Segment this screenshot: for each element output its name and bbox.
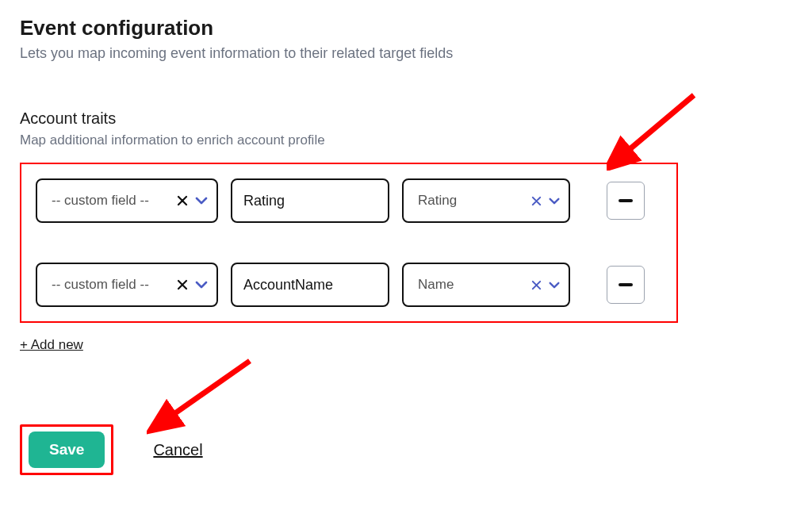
- save-button[interactable]: Save: [29, 432, 105, 468]
- chevron-down-icon[interactable]: [194, 279, 209, 290]
- chevron-down-icon[interactable]: [548, 196, 561, 206]
- select-value: Name: [418, 277, 531, 293]
- clear-icon[interactable]: [531, 196, 542, 206]
- trait-row: -- custom field -- Rating: [36, 178, 662, 223]
- trait-row: -- custom field -- Name: [36, 263, 662, 307]
- section-title: Account traits: [20, 109, 792, 128]
- minus-icon: [619, 283, 633, 286]
- cancel-link[interactable]: Cancel: [153, 441, 202, 459]
- svg-line-1: [163, 361, 250, 422]
- custom-field-select[interactable]: -- custom field --: [36, 178, 218, 223]
- custom-field-select[interactable]: -- custom field --: [36, 263, 218, 307]
- target-field-select[interactable]: Name: [402, 263, 570, 307]
- annotation-arrow-icon: [147, 357, 258, 436]
- remove-row-button[interactable]: [607, 182, 645, 220]
- chevron-down-icon[interactable]: [194, 195, 209, 206]
- trait-text-input[interactable]: [243, 193, 377, 209]
- select-value: -- custom field --: [52, 277, 177, 293]
- clear-icon[interactable]: [177, 195, 188, 206]
- trait-text-field[interactable]: [231, 178, 389, 223]
- trait-rows-container: -- custom field -- Rating: [20, 163, 678, 323]
- select-value: -- custom field --: [52, 193, 177, 209]
- remove-row-button[interactable]: [607, 266, 645, 304]
- select-value: Rating: [418, 193, 531, 209]
- section-subtitle: Map additional information to enrich acc…: [20, 132, 792, 148]
- target-field-select[interactable]: Rating: [402, 178, 570, 223]
- actions-row: Save Cancel: [20, 424, 792, 475]
- chevron-down-icon[interactable]: [548, 280, 561, 290]
- clear-icon[interactable]: [531, 280, 542, 290]
- trait-text-input[interactable]: [243, 277, 377, 293]
- page-title: Event configuration: [20, 16, 792, 40]
- page-subtitle: Lets you map incoming event information …: [20, 45, 792, 62]
- add-new-link[interactable]: + Add new: [20, 337, 83, 353]
- trait-text-field[interactable]: [231, 263, 389, 307]
- annotation-arrow-icon: [607, 91, 702, 171]
- clear-icon[interactable]: [177, 279, 188, 290]
- save-highlight: Save: [20, 424, 113, 475]
- minus-icon: [619, 199, 633, 202]
